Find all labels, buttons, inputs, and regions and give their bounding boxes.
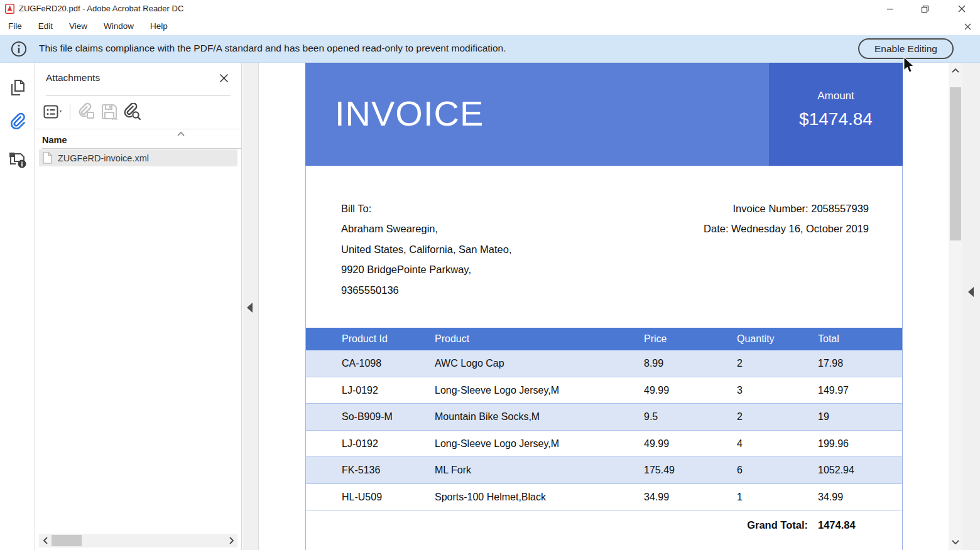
cell-quantity: 2 bbox=[737, 404, 743, 431]
cell-quantity: 3 bbox=[737, 377, 743, 404]
cell-product-id: LJ-0192 bbox=[342, 431, 378, 458]
bill-to-line: 9920 BridgePointe Parkway, bbox=[341, 259, 511, 279]
right-panel-strip[interactable] bbox=[962, 63, 980, 550]
document-vertical-scrollbar[interactable] bbox=[949, 63, 962, 550]
table-row: So-B909-M Mountain Bike Socks,M 9.5 2 19 bbox=[306, 404, 902, 431]
cell-total: 17.98 bbox=[818, 350, 843, 377]
cell-product-id: So-B909-M bbox=[342, 404, 393, 431]
document-viewport: INVOICE Amount $1474.84 Bill To: Abraham… bbox=[259, 63, 949, 550]
model-tree-icon[interactable] bbox=[6, 147, 30, 171]
attachments-panel-title: Attachments bbox=[46, 72, 100, 84]
invoice-number: Invoice Number: 2058557939 bbox=[704, 198, 869, 218]
cell-price: 8.99 bbox=[644, 350, 663, 377]
info-icon bbox=[11, 41, 27, 57]
main-region: Attachments Name bbox=[0, 63, 980, 550]
menu-file[interactable]: File bbox=[0, 18, 30, 35]
table-row: LJ-0192 Long-Sleeve Logo Jersey,M 49.99 … bbox=[306, 431, 902, 458]
close-panel-icon[interactable] bbox=[215, 70, 232, 86]
cell-product: Long-Sleeve Logo Jersey,M bbox=[435, 431, 559, 458]
cell-product-id: CA-1098 bbox=[342, 350, 381, 377]
attachment-file-name: ZUGFeRD-invoice.xml bbox=[58, 153, 149, 163]
invoice-date: Date: Wednesday 16, October 2019 bbox=[704, 218, 869, 239]
attachments-toolbar bbox=[43, 99, 144, 124]
name-column-label: Name bbox=[42, 135, 67, 145]
cell-total: 199.96 bbox=[818, 431, 849, 458]
cell-product-id: LJ-0192 bbox=[342, 377, 378, 404]
cell-price: 9.5 bbox=[644, 404, 658, 431]
close-document-icon[interactable] bbox=[959, 18, 976, 35]
menu-view[interactable]: View bbox=[61, 18, 95, 35]
table-header-row: Product Id Product Price Quantity Total bbox=[306, 328, 902, 350]
grand-total-label: Grand Total: bbox=[747, 519, 808, 531]
bill-to-line: 9365550136 bbox=[341, 280, 511, 300]
window-title: ZUGFeRD20.pdf - Adobe Acrobat Reader DC bbox=[19, 4, 183, 13]
minimize-button[interactable] bbox=[876, 0, 905, 18]
cell-quantity: 4 bbox=[737, 431, 743, 458]
cell-price: 49.99 bbox=[644, 377, 669, 404]
table-row: FK-5136 ML Fork 175.49 6 1052.94 bbox=[306, 457, 902, 484]
amount-box: Amount $1474.84 bbox=[769, 63, 903, 166]
col-price: Price bbox=[644, 328, 667, 350]
grand-total-row: Grand Total: 1474.84 bbox=[306, 510, 902, 550]
scroll-left-icon[interactable] bbox=[40, 534, 50, 547]
amount-value: $1474.84 bbox=[769, 109, 903, 129]
notification-message: This file claims compliance with the PDF… bbox=[39, 43, 506, 54]
collapse-panel-icon[interactable] bbox=[247, 303, 253, 313]
bill-to-label: Bill To: bbox=[341, 198, 511, 218]
scroll-right-icon[interactable] bbox=[226, 534, 236, 547]
invoice-header: INVOICE Amount $1474.84 bbox=[305, 63, 903, 166]
menu-window[interactable]: Window bbox=[95, 18, 142, 35]
expand-right-panel-icon[interactable] bbox=[968, 287, 974, 297]
col-quantity: Quantity bbox=[737, 328, 775, 350]
vertical-scroll-thumb[interactable] bbox=[950, 87, 961, 240]
search-attachments-icon[interactable] bbox=[122, 102, 142, 122]
table-row: CA-1098 AWC Logo Cap 8.99 2 17.98 bbox=[306, 350, 902, 377]
panel-collapse-strip[interactable] bbox=[242, 63, 259, 550]
cell-product: Long-Sleeve Logo Jersey,M bbox=[435, 377, 559, 404]
cell-product: Mountain Bike Socks,M bbox=[435, 404, 540, 431]
attachments-name-header[interactable]: Name bbox=[42, 130, 242, 149]
bill-to-line: Abraham Swearegin, bbox=[341, 218, 511, 239]
restore-button[interactable] bbox=[910, 0, 939, 18]
mouse-cursor bbox=[903, 57, 915, 74]
cell-total: 19 bbox=[818, 404, 829, 431]
cell-product: AWC Logo Cap bbox=[435, 350, 504, 377]
invoice-body: Bill To: Abraham Swearegin, United State… bbox=[305, 166, 903, 550]
attachments-paperclip-icon[interactable] bbox=[6, 109, 30, 133]
close-window-button[interactable] bbox=[947, 0, 976, 18]
invoice-title: INVOICE bbox=[335, 93, 484, 134]
attachment-list-item[interactable]: ZUGFeRD-invoice.xml bbox=[39, 149, 237, 166]
pdf-page: INVOICE Amount $1474.84 Bill To: Abraham… bbox=[305, 63, 903, 550]
cell-price: 49.99 bbox=[644, 431, 669, 458]
toolbar-separator bbox=[70, 104, 70, 120]
table-row: HL-U509 Sports-100 Helmet,Black 34.99 1 … bbox=[306, 484, 902, 511]
cell-total: 149.97 bbox=[818, 377, 849, 404]
panel-horizontal-scrollbar[interactable] bbox=[39, 534, 237, 547]
cell-product-id: HL-U509 bbox=[342, 484, 382, 511]
menu-edit[interactable]: Edit bbox=[30, 18, 61, 35]
acrobat-app-icon bbox=[5, 4, 14, 14]
cell-product: Sports-100 Helmet,Black bbox=[435, 484, 546, 511]
options-list-icon[interactable] bbox=[43, 102, 63, 122]
invoice-table: Product Id Product Price Quantity Total … bbox=[306, 328, 902, 510]
cell-total: 1052.94 bbox=[818, 457, 854, 484]
menu-help[interactable]: Help bbox=[142, 18, 176, 35]
panel-divider bbox=[35, 129, 242, 129]
bill-to-block: Bill To: Abraham Swearegin, United State… bbox=[341, 198, 511, 300]
open-attachment-icon bbox=[77, 102, 97, 122]
cell-quantity: 2 bbox=[737, 350, 743, 377]
navigation-rail bbox=[0, 63, 35, 550]
page-thumbnails-icon[interactable] bbox=[6, 76, 30, 100]
sort-ascending-icon bbox=[177, 131, 185, 137]
scroll-down-icon[interactable] bbox=[949, 536, 962, 549]
panel-divider bbox=[46, 95, 231, 96]
title-bar: ZUGFeRD20.pdf - Adobe Acrobat Reader DC bbox=[0, 0, 980, 18]
attachments-panel: Attachments Name bbox=[35, 63, 242, 550]
bill-to-line: United States, California, San Mateo, bbox=[341, 239, 511, 259]
horizontal-scroll-thumb[interactable] bbox=[52, 535, 82, 546]
amount-label: Amount bbox=[769, 90, 903, 102]
grand-total-value: 1474.84 bbox=[818, 519, 856, 531]
col-product-id: Product Id bbox=[342, 328, 388, 350]
col-total: Total bbox=[818, 328, 839, 350]
scroll-up-icon[interactable] bbox=[949, 64, 962, 77]
